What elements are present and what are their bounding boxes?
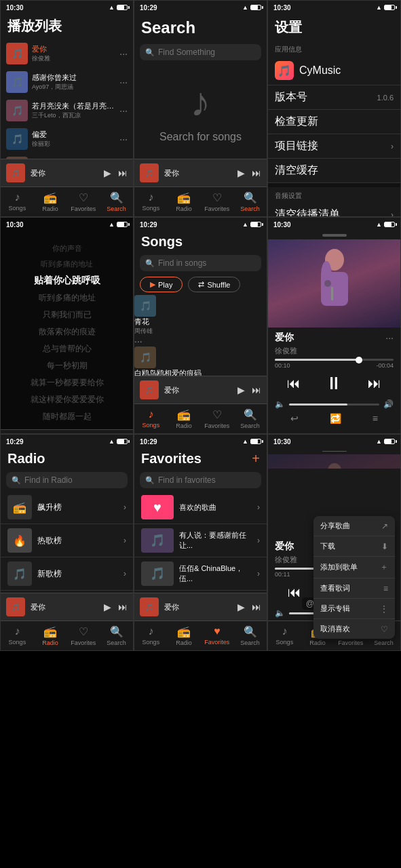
nav-search-icon-1: 🔍 xyxy=(110,191,123,204)
forward-btn[interactable]: ⏭ xyxy=(368,376,381,391)
song-item-2[interactable]: 🎵 感谢你曾来过 Ayo97，周思涵 ··· xyxy=(1,68,133,96)
nav-fav-label-5: Favorites xyxy=(204,422,229,429)
nav-songs-8[interactable]: ♪ Songs xyxy=(134,624,168,648)
pause-btn[interactable]: ⏸ xyxy=(325,373,343,394)
nav-radio-1[interactable]: 📻 Radio xyxy=(34,190,67,214)
more-btn-3[interactable]: ··· xyxy=(119,105,128,116)
nav-fav-5[interactable]: ♡ Favorites xyxy=(201,407,234,431)
fav-item-2[interactable]: 🎵 有人说：要感谢前任让... › xyxy=(134,524,267,557)
nav-search-7[interactable]: 🔍 Search xyxy=(100,624,133,648)
fav-thumb-2: 🎵 xyxy=(141,528,174,553)
nav-songs-5[interactable]: ♪ Songs xyxy=(134,407,168,431)
more-btn-2[interactable]: ··· xyxy=(119,77,128,87)
song-item-3[interactable]: 🎵 若月亮没来（若是月亮还没来） 三千Leto，西瓦凉 ··· xyxy=(1,96,133,125)
songs-more-1[interactable]: ··· xyxy=(134,336,267,347)
rewind-btn-2[interactable]: ⏮ xyxy=(288,585,301,600)
songs-search-input[interactable] xyxy=(158,258,260,268)
more-btn-4[interactable]: ··· xyxy=(119,134,128,144)
status-bar-7: 10:29 ▲ xyxy=(1,435,133,448)
nav-songs-1[interactable]: ♪ Songs xyxy=(1,190,34,214)
nav-fav-2[interactable]: ♡ Favorites xyxy=(201,190,234,214)
project-label: 项目链接 xyxy=(275,139,385,153)
repeat-btn[interactable]: ↩ xyxy=(290,413,299,424)
nav-songs-9[interactable]: ♪ Songs xyxy=(268,624,301,648)
play-btn-mini-1[interactable]: ▶ xyxy=(104,167,111,178)
radio-search-input[interactable] xyxy=(24,475,126,485)
play-btn-mini-8[interactable]: ▶ xyxy=(237,601,245,612)
song-thumb-3: 🎵 xyxy=(6,100,28,121)
play-btn-mini-5[interactable]: ▶ xyxy=(237,384,245,395)
nav-search-5[interactable]: 🔍 Search xyxy=(233,407,267,431)
nav-radio-icon-8: 📻 xyxy=(177,625,191,638)
nav-radio-2[interactable]: 📻 Radio xyxy=(168,190,201,214)
add-favorites-btn[interactable]: + xyxy=(252,451,260,467)
radio-item-3[interactable]: 🎵 新歌榜 › xyxy=(1,557,133,591)
radio-item-1[interactable]: 📻 飙升榜 › xyxy=(1,491,133,524)
nav-songs-2[interactable]: ♪ Songs xyxy=(134,190,168,214)
vol-fill xyxy=(289,403,347,406)
mini-controls-5: ▶ ⏭ xyxy=(237,384,261,395)
app-name-row[interactable]: 🎵 CyMusic xyxy=(268,56,400,85)
fav-item-3[interactable]: 🎵 伍佰& ChinaBlue，伍... › xyxy=(134,557,267,591)
ctx-add-playlist[interactable]: 添加到歌单 ＋ xyxy=(313,557,395,578)
nav-songs-7[interactable]: ♪ Songs xyxy=(1,624,34,648)
song-item-4[interactable]: 🎵 偏爱 徐丽彩 ··· xyxy=(1,125,133,153)
next-btn-mini-2[interactable]: ⏭ xyxy=(252,167,261,178)
next-btn-mini-1[interactable]: ⏭ xyxy=(118,167,128,178)
ctx-album[interactable]: 显示专辑 ⋮ xyxy=(313,599,395,619)
mini-player-4: 🎵 爱你 ▶ ⏭ xyxy=(1,429,133,434)
mini-info-5: 爱你 xyxy=(164,385,232,395)
ctx-unlike[interactable]: 取消喜欢 ♡ xyxy=(313,619,395,639)
ctx-lyrics[interactable]: 查看歌词 ≡ xyxy=(313,578,395,599)
next-btn-mini-7[interactable]: ⏭ xyxy=(118,601,128,612)
play-all-button[interactable]: ▶ Play xyxy=(140,277,183,292)
song-item-5[interactable]: 🎵 无名的人 毛不易 ··· xyxy=(1,153,133,159)
search-input[interactable] xyxy=(158,47,260,57)
nav-fav-1[interactable]: ♡ Favorites xyxy=(67,190,100,214)
more-btn-1[interactable]: ··· xyxy=(119,48,128,59)
project-row[interactable]: 项目链接 › xyxy=(268,134,400,159)
queue-btn[interactable]: ≡ xyxy=(373,413,378,424)
loop-btn[interactable]: 🔁 xyxy=(330,413,341,424)
radio-item-2[interactable]: 🔥 热歌榜 › xyxy=(1,524,133,557)
wifi-icon-5: ▲ xyxy=(242,221,248,228)
song-item-1[interactable]: 🎵 爱你 徐俊雅 ··· xyxy=(1,39,133,68)
wifi-icon-7: ▲ xyxy=(109,438,115,445)
fav-search-input[interactable] xyxy=(158,475,260,485)
time-labels: 00:10 -00:04 xyxy=(275,362,394,369)
next-btn-mini-8[interactable]: ⏭ xyxy=(252,601,261,612)
nav-search-8[interactable]: 🔍 Search xyxy=(233,624,267,648)
clear-row[interactable]: 清空缓存 xyxy=(268,159,400,183)
songs-item-1[interactable]: 🎵 青花 周传雄 ··· xyxy=(134,295,267,347)
radio-label-1: 飙升榜 xyxy=(37,502,118,513)
nav-radio-5[interactable]: 📻 Radio xyxy=(168,407,201,431)
progress-bar[interactable] xyxy=(275,359,394,361)
vol-bg[interactable] xyxy=(289,403,379,406)
play-btn-mini-2[interactable]: ▶ xyxy=(237,167,245,178)
ctx-download[interactable]: 下载 ⬇ xyxy=(313,536,395,557)
shuffle-button[interactable]: ⇄ Shuffle xyxy=(188,277,240,292)
progress-knob[interactable] xyxy=(356,357,362,363)
rewind-btn[interactable]: ⏮ xyxy=(287,376,301,391)
nav-search-icon-5: 🔍 xyxy=(244,408,257,421)
nav-search-2[interactable]: 🔍 Search xyxy=(233,190,267,214)
nav-radio-7[interactable]: 📻 Radio xyxy=(34,624,67,648)
nav-fav-8[interactable]: ♥ Favorites xyxy=(201,624,234,648)
np-more-btn[interactable]: ··· xyxy=(385,332,394,343)
lyrics-panel: 10:30 ▲ 你的声音 听到多痛的地址 贴着你心跳呼吸 听到多痛的地址 只剩我… xyxy=(0,217,134,434)
nav-radio-8[interactable]: 📻 Radio xyxy=(168,624,201,648)
songs-item-2[interactable]: 🎵 白鸥鸟鸥相爱的痕码 着迷，1乌卡迪 ··· xyxy=(134,347,267,376)
fav-item-1[interactable]: ♥ 喜欢的歌曲 › xyxy=(134,491,267,524)
radio-chevron-2: › xyxy=(123,536,126,545)
search-input-wrap: 🔍 xyxy=(140,44,261,60)
nav-search-1[interactable]: 🔍 Search xyxy=(100,190,133,214)
update-row[interactable]: 检查更新 xyxy=(268,110,400,134)
ctx-share[interactable]: 分享歌曲 ↗ xyxy=(313,516,395,536)
clear-queue-row[interactable]: 清空待播清单 › xyxy=(268,203,400,216)
next-btn-mini-5[interactable]: ⏭ xyxy=(252,384,261,395)
time-remaining: -00:04 xyxy=(376,362,394,369)
play-btn-mini-7[interactable]: ▶ xyxy=(104,601,111,612)
nav-fav-7[interactable]: ♡ Favorites xyxy=(67,624,100,648)
nav-fav-icon-1: ♡ xyxy=(79,191,88,204)
song-artist-2: Ayo97，周思涵 xyxy=(32,83,115,92)
